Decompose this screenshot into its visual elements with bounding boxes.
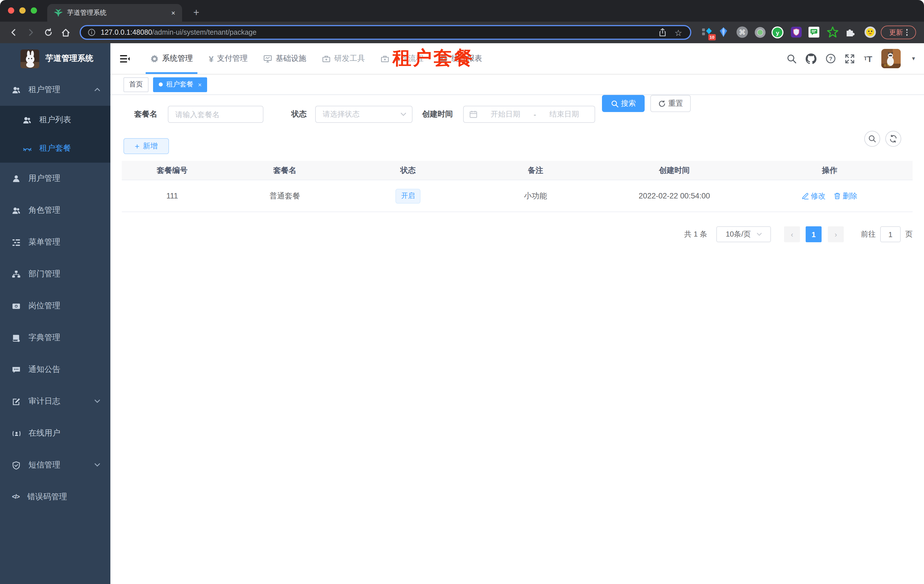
sidebar-item-tenant-list[interactable]: 租户列表	[0, 106, 111, 134]
extension-command-icon[interactable]: ⌘	[736, 26, 748, 38]
page-size-select[interactable]: 10条/页	[716, 226, 771, 242]
reset-button[interactable]: 重置	[650, 95, 691, 112]
nav-item-payment[interactable]: ¥ 支付管理	[201, 43, 256, 74]
extensions-puzzle-icon[interactable]	[844, 26, 856, 38]
search-button[interactable]: 搜索	[602, 95, 645, 112]
sidebar-item-sms-management[interactable]: 短信管理	[0, 449, 111, 481]
sidebar-item-error-code-management[interactable]: </> 错误码管理	[0, 481, 111, 513]
window-minimize-button[interactable]	[19, 7, 26, 14]
extension-star-icon[interactable]	[827, 26, 839, 38]
cell-status: 开启	[347, 189, 469, 203]
sidebar-item-department-management[interactable]: 部门管理	[0, 258, 111, 290]
browser-update-button[interactable]: 更新	[881, 26, 916, 39]
chevron-down-icon	[756, 233, 762, 236]
svg-text:0:70: 0:70	[884, 64, 890, 67]
tag-close-icon[interactable]: ×	[198, 81, 202, 88]
cell-created: 2022-02-22 00:54:00	[602, 192, 746, 200]
start-date-placeholder[interactable]: 开始日期	[481, 109, 530, 119]
refresh-button[interactable]	[885, 131, 901, 147]
toggle-search-button[interactable]	[864, 131, 880, 147]
bookmark-star-icon[interactable]: ☆	[675, 28, 682, 37]
sidebar-logo[interactable]: 芋道管理系统	[0, 43, 111, 74]
sidebar-item-role-management[interactable]: 角色管理	[0, 194, 111, 226]
sidebar-submenu-tenant: 租户列表 租户套餐	[0, 106, 111, 163]
sidebar-item-user-management[interactable]: 用户管理	[0, 163, 111, 194]
sidebar-item-tenant-package[interactable]: 租户套餐	[0, 134, 111, 163]
tag-home[interactable]: 首页	[124, 77, 148, 92]
site-favicon-plant-icon	[54, 8, 63, 17]
nav-item-system[interactable]: 系统管理	[142, 43, 201, 74]
status-select[interactable]: 请选择状态	[315, 106, 412, 123]
extension-y-icon[interactable]: y	[772, 26, 784, 38]
reload-button[interactable]	[41, 26, 55, 39]
sidebar-item-dictionary-management[interactable]: 字典管理	[0, 322, 111, 354]
new-tab-button[interactable]: +	[189, 5, 204, 20]
filter-status-label: 状态	[291, 106, 307, 123]
page-1-button[interactable]: 1	[806, 226, 822, 242]
goto-page-input[interactable]: 1	[880, 226, 901, 242]
extension-diamond-icon[interactable]: 10	[701, 26, 713, 38]
sidebar-collapse-icon[interactable]	[117, 43, 132, 74]
font-size-icon[interactable]: TT	[864, 54, 872, 63]
sidebar-item-announcement[interactable]: 通知公告	[0, 354, 111, 385]
fullscreen-icon[interactable]	[845, 54, 855, 63]
site-info-icon[interactable]	[87, 28, 96, 36]
content-area: 套餐名 状态 请选择状态 创建时间 开始日期 - 结束日期	[111, 95, 924, 584]
cell-package-name: 普通套餐	[223, 191, 347, 201]
tab-close-icon[interactable]: ×	[171, 9, 175, 17]
share-icon[interactable]	[658, 28, 667, 37]
nav-label: 支付管理	[217, 53, 248, 64]
delete-link[interactable]: 删除	[833, 191, 858, 201]
extension-chat-icon[interactable]	[808, 26, 820, 38]
shield-check-icon	[12, 461, 20, 469]
search-icon[interactable]	[787, 54, 797, 63]
main-panel: 系统管理 ¥ 支付管理 基础设施	[111, 43, 924, 584]
status-badge: 开启	[396, 189, 421, 203]
date-range-picker[interactable]: 开始日期 - 结束日期	[463, 106, 595, 123]
window-close-button[interactable]	[8, 7, 14, 14]
user-avatar[interactable]: 0:70	[881, 49, 901, 68]
page-unit-label: 页	[905, 229, 912, 239]
sidebar-item-audit-log[interactable]: 审计日志	[0, 385, 111, 417]
github-icon[interactable]	[806, 53, 817, 64]
browser-tab[interactable]: 芋道管理系统 ×	[47, 4, 182, 21]
extension-shield-icon[interactable]	[790, 26, 802, 38]
end-date-placeholder[interactable]: 结束日期	[540, 109, 589, 119]
sidebar-item-menu-management[interactable]: 菜单管理	[0, 226, 111, 258]
sidebar-item-post-management[interactable]: 岗位管理	[0, 290, 111, 322]
users-icon	[12, 206, 20, 215]
extension-gray-circle-icon[interactable]	[754, 26, 766, 38]
yen-icon: ¥	[209, 54, 214, 63]
navbar-right-tools: ? TT 0:70 ▼	[787, 43, 924, 74]
package-name-input[interactable]	[168, 110, 263, 118]
nav-item-dev-tools[interactable]: 研发工具	[314, 43, 373, 74]
prev-page-button[interactable]: ‹	[784, 226, 800, 242]
home-button[interactable]	[59, 26, 72, 39]
url-bar[interactable]: 127.0.0.1:48080/admin-ui/system/tenant/p…	[80, 25, 691, 40]
edit-link[interactable]: 修改	[802, 191, 825, 201]
forward-button[interactable]	[24, 26, 38, 39]
filter-date-label: 创建时间	[422, 106, 453, 123]
sidebar-item-online-users[interactable]: 在线用户	[0, 417, 111, 449]
total-count: 共 1 条	[684, 229, 707, 239]
profile-avatar-icon[interactable]	[864, 26, 876, 38]
tag-tenant-package[interactable]: 租户套餐 ×	[153, 77, 207, 92]
window-zoom-button[interactable]	[31, 7, 37, 14]
extension-gem-icon[interactable]	[718, 26, 729, 38]
nav-item-infrastructure[interactable]: 基础设施	[256, 43, 314, 74]
next-page-button[interactable]: ›	[828, 226, 844, 242]
active-dot	[159, 82, 163, 86]
browser-menu-icon[interactable]	[906, 29, 908, 36]
add-button[interactable]: + 新增	[124, 138, 169, 154]
sidebar-item-tenant-management[interactable]: 租户管理	[0, 74, 111, 106]
app-title: 芋道管理系统	[46, 53, 93, 64]
svg-text:⌘: ⌘	[739, 28, 746, 36]
help-icon[interactable]: ?	[826, 53, 836, 64]
update-label: 更新	[889, 28, 903, 37]
avatar-caret-icon[interactable]: ▼	[911, 56, 916, 61]
users-icon	[23, 116, 31, 124]
logo-rabbit-image	[20, 49, 39, 68]
col-package-name: 套餐名	[223, 165, 347, 175]
calendar-icon	[469, 110, 477, 118]
back-button[interactable]	[7, 26, 20, 39]
